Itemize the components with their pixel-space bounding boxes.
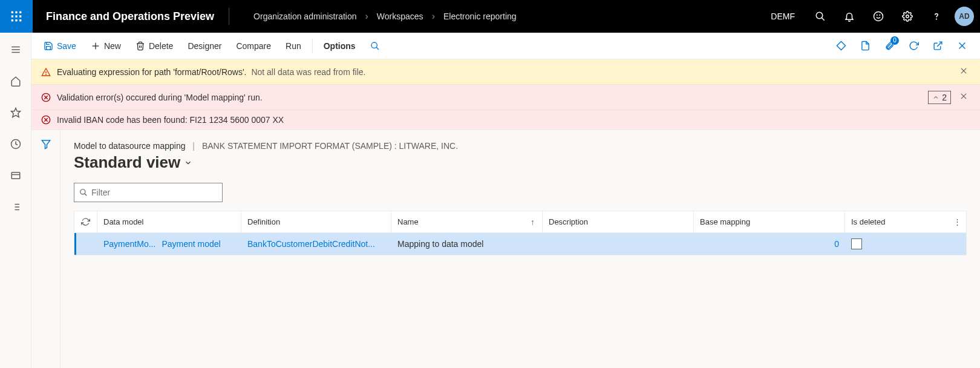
plus-icon — [91, 41, 100, 51]
nav-recent[interactable] — [5, 133, 27, 155]
warning-icon — [41, 67, 51, 77]
svg-point-13 — [880, 15, 880, 15]
breadcrumb-sep: › — [432, 11, 435, 22]
cell-base-mapping[interactable]: 0 — [694, 233, 845, 255]
compare-label: Compare — [236, 41, 271, 51]
gear-icon — [902, 11, 913, 22]
designer-button[interactable]: Designer — [180, 38, 229, 54]
nav-workspaces[interactable] — [5, 165, 27, 186]
nav-expand-button[interactable] — [5, 39, 27, 61]
delete-button[interactable]: Delete — [128, 38, 180, 54]
column-name[interactable]: Name ↑ — [391, 211, 543, 232]
options-button[interactable]: Options — [316, 38, 363, 54]
grid-refresh-header[interactable] — [74, 211, 97, 232]
error-collapse-toggle[interactable]: 2 — [928, 91, 951, 104]
column-data-model[interactable]: Data model — [97, 211, 241, 232]
chevron-down-icon — [184, 159, 192, 167]
svg-point-15 — [936, 19, 937, 19]
svg-rect-8 — [19, 19, 21, 21]
error-close-button[interactable] — [957, 90, 970, 105]
cell-name[interactable]: Mapping to data model — [391, 233, 543, 255]
column-description[interactable]: Description — [543, 211, 694, 232]
warning-text: Evaluating expression for path 'format/R… — [57, 67, 951, 77]
warning-close-button[interactable] — [957, 64, 970, 79]
hamburger-icon — [10, 44, 21, 55]
run-button[interactable]: Run — [278, 38, 309, 54]
svg-marker-19 — [11, 108, 20, 117]
filter-input-container[interactable] — [74, 183, 223, 202]
svg-rect-6 — [11, 19, 13, 21]
star-icon — [10, 107, 21, 118]
filter-input[interactable] — [91, 188, 217, 197]
page-options-button[interactable] — [854, 35, 876, 57]
svg-point-38 — [46, 74, 47, 74]
notifications-button[interactable] — [835, 0, 864, 33]
app-title: Finance and Operations Preview — [33, 10, 229, 23]
breadcrumb-item[interactable]: Workspaces — [377, 12, 423, 21]
attachments-button[interactable]: 0 — [878, 35, 900, 57]
breadcrumb: Organization administration › Workspaces… — [229, 11, 516, 22]
feedback-button[interactable] — [864, 0, 893, 33]
clock-icon — [10, 139, 21, 150]
grid-header: Data model Definition Name ↑ Description… — [74, 211, 966, 233]
column-is-deleted[interactable]: Is deleted ⋮ — [845, 211, 966, 232]
close-icon — [957, 41, 967, 51]
view-title-label: Standard view — [74, 153, 180, 172]
svg-rect-2 — [19, 12, 21, 13]
page-icon — [860, 41, 871, 51]
run-label: Run — [286, 41, 301, 51]
error-icon — [41, 115, 51, 125]
breadcrumb-item[interactable]: Electronic reporting — [443, 12, 517, 21]
cell-data-model[interactable]: PaymentMo... Payment model — [97, 233, 241, 255]
svg-point-12 — [877, 15, 877, 15]
error-group-message: Validation error(s) occured during 'Mode… — [31, 85, 980, 110]
svg-rect-4 — [15, 15, 17, 17]
cell-description[interactable] — [543, 233, 694, 255]
svg-rect-21 — [11, 172, 20, 179]
nav-home[interactable] — [5, 70, 27, 92]
options-label: Options — [324, 41, 356, 51]
search-button[interactable] — [806, 0, 835, 33]
find-button[interactable] — [363, 38, 387, 54]
settings-button[interactable] — [893, 0, 922, 33]
new-button[interactable]: New — [83, 38, 128, 54]
nav-modules[interactable] — [5, 196, 27, 218]
column-menu-button[interactable]: ⋮ — [953, 217, 961, 226]
save-icon — [44, 41, 53, 51]
help-button[interactable] — [922, 0, 951, 33]
filter-pane-toggle[interactable] — [41, 139, 51, 368]
personalize-button[interactable] — [830, 35, 852, 57]
save-button[interactable]: Save — [36, 38, 83, 54]
column-definition[interactable]: Definition — [241, 211, 391, 232]
cell-is-deleted[interactable] — [845, 233, 966, 255]
cmd-divider — [312, 39, 313, 53]
refresh-button[interactable] — [903, 35, 924, 57]
nav-favorites[interactable] — [5, 102, 27, 123]
diamond-icon — [836, 41, 846, 51]
is-deleted-checkbox[interactable] — [851, 238, 862, 249]
search-icon — [79, 188, 88, 197]
sort-asc-icon: ↑ — [531, 217, 535, 227]
svg-rect-3 — [11, 15, 13, 17]
close-button[interactable] — [951, 35, 973, 57]
svg-line-34 — [937, 42, 942, 47]
new-label: New — [104, 41, 121, 51]
attachment-badge: 0 — [890, 36, 899, 45]
popout-button[interactable] — [927, 35, 949, 57]
compare-button[interactable]: Compare — [229, 38, 278, 54]
cell-definition[interactable]: BankToCustomerDebitCreditNot... — [241, 233, 391, 255]
search-icon — [815, 11, 826, 22]
svg-rect-0 — [11, 12, 13, 13]
smile-icon — [873, 11, 884, 22]
breadcrumb-item[interactable]: Organization administration — [253, 12, 356, 21]
grid-row[interactable]: PaymentMo... Payment model BankToCustome… — [74, 233, 966, 255]
company-label[interactable]: DEMF — [760, 12, 806, 21]
question-icon — [931, 11, 942, 22]
view-selector[interactable]: Standard view — [74, 153, 967, 172]
column-base-mapping[interactable]: Base mapping — [694, 211, 845, 232]
user-avatar[interactable]: AD — [955, 7, 974, 26]
app-launcher-button[interactable] — [0, 0, 33, 33]
refresh-icon — [909, 41, 919, 51]
modules-icon — [10, 202, 21, 212]
svg-line-10 — [822, 18, 825, 21]
